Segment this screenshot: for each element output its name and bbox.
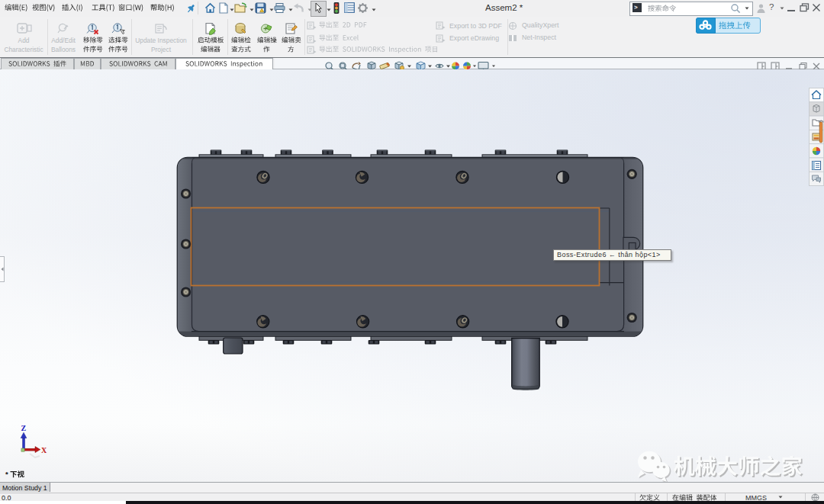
svg-text:Z: Z: [21, 424, 27, 432]
svg-text:X: X: [41, 446, 47, 454]
